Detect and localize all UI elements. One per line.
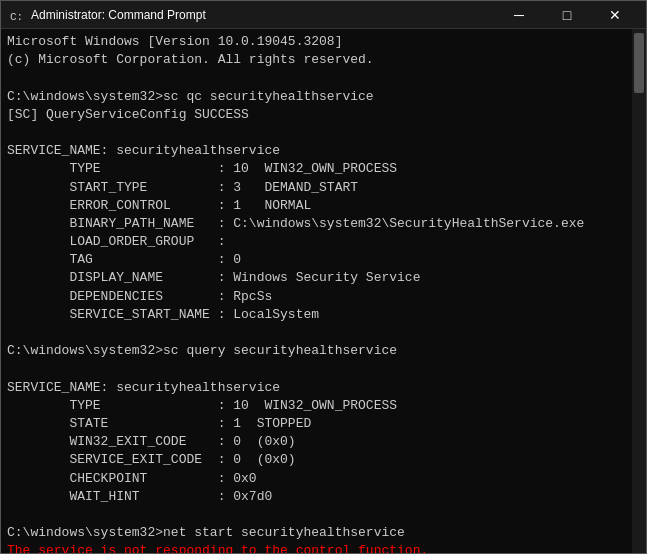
terminal-line: C:\windows\system32>sc query securityhea…: [7, 343, 397, 358]
terminal-line: C:\windows\system32>net start securityhe…: [7, 525, 405, 540]
terminal-line: ERROR_CONTROL : 1 NORMAL: [7, 198, 311, 213]
terminal-line: Microsoft Windows [Version 10.0.19045.32…: [7, 34, 342, 49]
titlebar-buttons: ─ □ ✕: [496, 1, 638, 29]
titlebar: C: Administrator: Command Prompt ─ □ ✕: [1, 1, 646, 29]
terminal-line: SERVICE_EXIT_CODE : 0 (0x0): [7, 452, 296, 467]
terminal-line: SERVICE_NAME: securityhealthservice: [7, 143, 280, 158]
terminal-line: TYPE : 10 WIN32_OWN_PROCESS: [7, 161, 397, 176]
terminal-line: START_TYPE : 3 DEMAND_START: [7, 180, 358, 195]
terminal[interactable]: Microsoft Windows [Version 10.0.19045.32…: [1, 29, 632, 553]
maximize-button[interactable]: □: [544, 1, 590, 29]
terminal-line: CHECKPOINT : 0x0: [7, 471, 257, 486]
terminal-line: The service is not responding to the con…: [7, 543, 428, 553]
terminal-line: [SC] QueryServiceConfig SUCCESS: [7, 107, 249, 122]
cmd-icon: C:: [9, 7, 25, 23]
window: C: Administrator: Command Prompt ─ □ ✕ M…: [0, 0, 647, 554]
terminal-line: BINARY_PATH_NAME : C:\windows\system32\S…: [7, 216, 584, 231]
terminal-line: SERVICE_NAME: securityhealthservice: [7, 380, 280, 395]
terminal-line: DISPLAY_NAME : Windows Security Service: [7, 270, 420, 285]
minimize-button[interactable]: ─: [496, 1, 542, 29]
scrollbar[interactable]: [632, 29, 646, 553]
terminal-line: WIN32_EXIT_CODE : 0 (0x0): [7, 434, 296, 449]
window-title: Administrator: Command Prompt: [31, 8, 496, 22]
terminal-line: TAG : 0: [7, 252, 241, 267]
scrollbar-thumb[interactable]: [634, 33, 644, 93]
terminal-line: WAIT_HINT : 0x7d0: [7, 489, 272, 504]
svg-text:C:: C:: [10, 11, 23, 23]
terminal-line: STATE : 1 STOPPED: [7, 416, 311, 431]
terminal-line: TYPE : 10 WIN32_OWN_PROCESS: [7, 398, 397, 413]
terminal-line: C:\windows\system32>sc qc securityhealth…: [7, 89, 374, 104]
content-area: Microsoft Windows [Version 10.0.19045.32…: [1, 29, 646, 553]
terminal-line: (c) Microsoft Corporation. All rights re…: [7, 52, 374, 67]
terminal-line: LOAD_ORDER_GROUP :: [7, 234, 225, 249]
close-button[interactable]: ✕: [592, 1, 638, 29]
terminal-line: DEPENDENCIES : RpcSs: [7, 289, 272, 304]
terminal-line: SERVICE_START_NAME : LocalSystem: [7, 307, 319, 322]
